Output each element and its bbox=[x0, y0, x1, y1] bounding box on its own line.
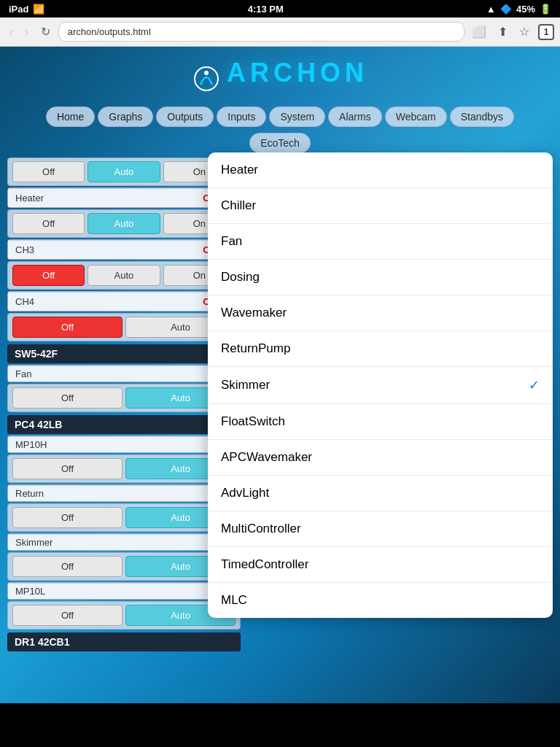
nav-inputs[interactable]: Inputs bbox=[217, 107, 266, 127]
ch4-off-button[interactable]: Off bbox=[12, 265, 85, 286]
browser-chrome: ‹ › ↻ archon/outputs.html ⬜ ⬆ ☆ 1 bbox=[0, 18, 560, 47]
mp10h-channel: MP10H On bbox=[7, 436, 241, 453]
return-controls-row: Off Auto bbox=[7, 503, 241, 532]
skimmer-off-button[interactable]: Off bbox=[12, 556, 122, 577]
skimmer-controls: Off Auto bbox=[8, 553, 240, 580]
reload-button[interactable]: ↻ bbox=[37, 23, 54, 40]
ch4-ctrl2: Off Auto bbox=[8, 314, 240, 341]
dropdown-item-chiller[interactable]: Chiller bbox=[208, 188, 553, 224]
dropdown-item-floatswitch-label: FloatSwitch bbox=[221, 414, 540, 429]
battery-icon: 🔋 bbox=[540, 4, 551, 15]
dropdown-item-returnpump[interactable]: ReturnPump bbox=[208, 331, 553, 367]
auto-button[interactable]: Auto bbox=[88, 161, 160, 182]
dropdown-item-floatswitch[interactable]: FloatSwitch bbox=[208, 404, 553, 440]
mp10l-label-row: MP10L On bbox=[8, 583, 240, 599]
ch3-label: CH3 bbox=[15, 244, 203, 255]
bookmark-button[interactable]: ☆ bbox=[516, 23, 532, 40]
dropdown-item-mlc[interactable]: MLC bbox=[208, 583, 553, 618]
ch3-auto-button[interactable]: Auto bbox=[88, 213, 160, 234]
return-label: Return bbox=[15, 488, 214, 499]
mp10l-channel: MP10L On bbox=[7, 582, 241, 600]
function-dropdown: Heater Chiller Fan Dosing Wavemaker Retu… bbox=[208, 152, 553, 618]
skimmer-label-row: Skimmer On bbox=[8, 534, 240, 550]
back-button[interactable]: ‹ bbox=[6, 24, 17, 40]
fan-controls-row: Off Auto bbox=[7, 384, 241, 412]
mp10h-controls-row: Off Auto bbox=[7, 454, 241, 483]
ch3-controls-row: Off Auto On bbox=[7, 209, 241, 238]
channel-row: Off Auto On bbox=[7, 158, 241, 186]
return-off-button[interactable]: Off bbox=[12, 507, 122, 528]
dropdown-item-mlc-label: MLC bbox=[221, 593, 540, 608]
ch4-controls-row: Off Auto On bbox=[7, 261, 241, 290]
address-bar[interactable]: archon/outputs.html bbox=[58, 22, 464, 42]
dropdown-item-heater[interactable]: Heater bbox=[208, 152, 553, 188]
fan-label: Fan bbox=[15, 368, 214, 379]
ch4-channel: CH4 Off ⚙ bbox=[7, 291, 241, 311]
dropdown-item-wavemaker-label: Wavemaker bbox=[221, 306, 540, 320]
ch4-auto-button[interactable]: Auto bbox=[88, 265, 160, 286]
dropdown-item-returnpump-label: ReturnPump bbox=[221, 341, 540, 356]
dropdown-item-chiller-label: Chiller bbox=[221, 198, 540, 213]
share-sheet-button[interactable]: ⬆ bbox=[495, 23, 510, 40]
ch3-off-button[interactable]: Off bbox=[12, 213, 85, 234]
nav-ecotech[interactable]: EcoTech bbox=[249, 133, 311, 153]
tab-count[interactable]: 1 bbox=[538, 24, 554, 40]
nav-home[interactable]: Home bbox=[46, 107, 95, 127]
mp10h-off-button[interactable]: Off bbox=[12, 458, 122, 479]
ch4-label-row: CH4 Off ⚙ bbox=[8, 292, 240, 311]
dropdown-item-skimmer-label: Skimmer bbox=[221, 378, 529, 392]
mp10h-label: MP10H bbox=[15, 439, 214, 450]
nav-system[interactable]: System bbox=[269, 107, 325, 127]
share-button[interactable]: ⬜ bbox=[469, 23, 489, 40]
dr1-42cb1-header: DR1 42CB1 bbox=[7, 632, 241, 651]
ch4-ctrl2-row: Off Auto bbox=[7, 313, 241, 341]
fan-off-button[interactable]: Off bbox=[12, 387, 122, 409]
nav-standbys[interactable]: Standbys bbox=[450, 107, 514, 127]
time-display: 4:13 PM bbox=[248, 4, 284, 15]
bluetooth-icon: 🔷 bbox=[500, 4, 512, 15]
off-button[interactable]: Off bbox=[12, 161, 85, 182]
return-controls: Off Auto bbox=[8, 504, 240, 531]
dropdown-item-fan-label: Fan bbox=[221, 234, 540, 249]
nav-alarms[interactable]: Alarms bbox=[328, 107, 382, 127]
nav-graphs[interactable]: Graphs bbox=[98, 107, 153, 127]
logo-area: ARCHON bbox=[0, 47, 560, 101]
mp10l-off-button[interactable]: Off bbox=[12, 605, 122, 626]
mp10h-controls: Off Auto bbox=[8, 455, 240, 482]
ch4-off2-button[interactable]: Off bbox=[12, 317, 122, 338]
dropdown-scroll: Heater Chiller Fan Dosing Wavemaker Retu… bbox=[208, 152, 553, 618]
nav-bar: Home Graphs Outputs Inputs System Alarms… bbox=[0, 101, 560, 133]
dropdown-item-wavemaker[interactable]: Wavemaker bbox=[208, 295, 553, 331]
return-label-row: Return On bbox=[8, 485, 240, 501]
dropdown-item-multicontroller[interactable]: MultiController bbox=[208, 511, 553, 547]
svg-point-0 bbox=[195, 67, 218, 90]
dropdown-item-multicontroller-label: MultiController bbox=[221, 522, 540, 536]
fan-channel: Fan On bbox=[7, 365, 241, 382]
logo-text: ARCHON bbox=[227, 58, 368, 88]
mp10l-controls-row: Off Auto bbox=[7, 601, 241, 630]
url-text: archon/outputs.html bbox=[68, 26, 151, 37]
status-bar: iPad 📶 4:13 PM ▲ 🔷 45% 🔋 bbox=[0, 0, 560, 18]
ch3-controls: Off Auto On bbox=[8, 210, 240, 237]
channel-controls: Off Auto On bbox=[8, 158, 240, 185]
toolbar-icons: ⬜ ⬆ ☆ 1 bbox=[469, 23, 554, 40]
svg-point-1 bbox=[204, 71, 209, 75]
nav-webcam[interactable]: Webcam bbox=[385, 107, 447, 127]
skimmer-controls-row: Off Auto bbox=[7, 552, 241, 581]
dropdown-item-fan[interactable]: Fan bbox=[208, 224, 553, 260]
dropdown-item-timedcontroller-label: TimedController bbox=[221, 557, 540, 572]
heater-label-row: Heater Off ⚙ bbox=[8, 188, 240, 207]
wifi-icon: 📶 bbox=[33, 4, 44, 15]
dropdown-item-advlight-label: AdvLight bbox=[221, 486, 540, 500]
pc4-42lb-header: PC4 42LB bbox=[7, 415, 241, 434]
dropdown-item-apcwavemaker[interactable]: APCWavemaker bbox=[208, 440, 553, 476]
forward-button[interactable]: › bbox=[21, 24, 32, 40]
battery-level: 45% bbox=[516, 4, 535, 15]
dropdown-item-advlight[interactable]: AdvLight bbox=[208, 476, 553, 511]
nav-outputs[interactable]: Outputs bbox=[156, 107, 214, 127]
dropdown-item-skimmer[interactable]: Skimmer ✓ bbox=[208, 367, 553, 404]
dropdown-item-timedcontroller[interactable]: TimedController bbox=[208, 547, 553, 583]
ch3-label-row: CH3 Off ⚙ bbox=[8, 240, 240, 259]
ch3-channel: CH3 Off ⚙ bbox=[7, 239, 241, 260]
dropdown-item-dosing[interactable]: Dosing bbox=[208, 260, 553, 295]
